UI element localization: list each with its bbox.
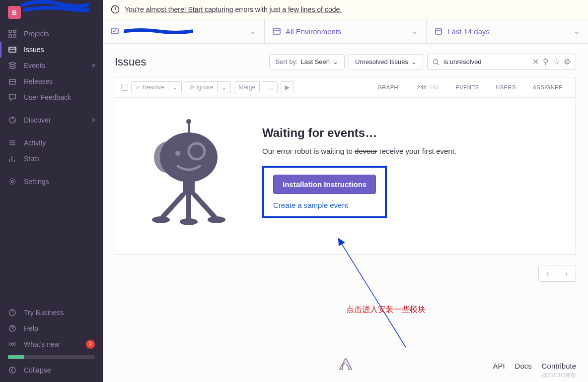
whats-new[interactable]: What's new 2 bbox=[0, 336, 103, 352]
assignee-header: ASSIGNEE bbox=[526, 84, 570, 90]
sidebar-item-label: User Feedback bbox=[24, 93, 71, 101]
search-box[interactable]: ✕ ⚲ ☆ ⚙ bbox=[427, 54, 576, 70]
list-icon bbox=[8, 138, 17, 147]
sidebar-item-label: Releases bbox=[24, 77, 53, 85]
content: Issues Sort by: Last Seen ⌄ Unresolved I… bbox=[103, 44, 588, 259]
filter-value: Unresolved Issues bbox=[355, 58, 408, 65]
resolve-dropdown[interactable]: ⌄ bbox=[168, 81, 182, 93]
redaction-scribble bbox=[20, 0, 89, 14]
ignore-dropdown[interactable]: ⌄ bbox=[218, 81, 231, 93]
help[interactable]: Help bbox=[0, 320, 103, 336]
filter-label: Last 14 days bbox=[447, 27, 490, 36]
sidebar-item-label: Settings bbox=[24, 178, 49, 186]
search-input[interactable] bbox=[443, 58, 528, 65]
chevron-down-icon: ⌄ bbox=[412, 27, 418, 36]
resolve-button[interactable]: ✓ Resolve bbox=[131, 81, 168, 93]
indicator-dot bbox=[92, 119, 95, 122]
project-filter[interactable]: ⌄ bbox=[103, 19, 265, 43]
bookmark-icon[interactable]: ☆ bbox=[553, 57, 560, 66]
date-filter[interactable]: Last 14 days ⌄ bbox=[427, 19, 588, 43]
footer-item-label: Help bbox=[24, 324, 38, 332]
indicator-dot bbox=[92, 64, 95, 67]
robot-illustration bbox=[139, 118, 238, 227]
svg-point-7 bbox=[11, 181, 13, 183]
sidebar-item-settings[interactable]: Settings bbox=[0, 174, 103, 190]
sentry-logo-icon bbox=[339, 357, 353, 370]
api-link[interactable]: API bbox=[493, 362, 505, 370]
installation-instructions-button[interactable]: Installation Instructions bbox=[273, 175, 376, 194]
sidebar-item-label: Issues bbox=[24, 46, 44, 54]
contribute-link[interactable]: Contribute bbox=[542, 362, 576, 370]
svg-rect-4 bbox=[9, 47, 16, 52]
header-controls: Sort by: Last Seen ⌄ Unresolved Issues ⌄… bbox=[269, 54, 576, 70]
settings-sliders-icon[interactable]: ⚙ bbox=[564, 57, 571, 66]
content-header: Issues Sort by: Last Seen ⌄ Unresolved I… bbox=[115, 54, 576, 70]
releases-icon bbox=[8, 77, 17, 86]
filter-label: All Environments bbox=[286, 27, 342, 36]
watermark: @51CTO博客 bbox=[542, 372, 576, 379]
sort-select[interactable]: Sort by: Last Seen ⌄ bbox=[269, 54, 345, 69]
merge-button[interactable]: Merge bbox=[234, 81, 260, 93]
graph-header: GRAPH: bbox=[370, 84, 407, 90]
global-filters: ⌄ All Environments ⌄ Last 14 days ⌄ bbox=[103, 19, 588, 44]
svg-point-10 bbox=[11, 343, 13, 345]
sidebar-footer: Try Business Help What's new 2 Collapse bbox=[0, 305, 103, 382]
sidebar-item-label: Discover bbox=[24, 116, 51, 124]
prev-page-button[interactable]: ‹ bbox=[538, 265, 557, 282]
svg-point-22 bbox=[175, 151, 180, 156]
calendar-icon bbox=[435, 27, 442, 35]
svg-rect-5 bbox=[9, 79, 15, 84]
search-actions: ✕ ⚲ ☆ ⚙ bbox=[532, 57, 571, 66]
window-icon bbox=[273, 27, 281, 35]
select-all-checkbox[interactable] bbox=[121, 84, 128, 91]
search-icon bbox=[433, 59, 440, 65]
sidebar-item-releases[interactable]: Releases bbox=[0, 73, 103, 89]
chevron-down-icon: ⌄ bbox=[333, 58, 338, 65]
org-avatar[interactable]: B bbox=[8, 6, 21, 19]
banner-text: You're almost there! Start capturing err… bbox=[125, 5, 342, 13]
gear-icon bbox=[8, 177, 17, 186]
graph-range[interactable]: 24h14d bbox=[410, 84, 446, 90]
next-page-button[interactable]: › bbox=[557, 265, 576, 282]
sidebar-item-user-feedback[interactable]: User Feedback bbox=[0, 89, 103, 105]
sidebar: B Projects Issues Events Releases User F… bbox=[0, 0, 103, 382]
sort-value: Last Seen bbox=[301, 58, 330, 65]
alert-icon bbox=[111, 5, 120, 14]
more-button[interactable]: … bbox=[263, 81, 278, 93]
panel-toolbar: ✓ Resolve ⌄ ⊘ Ignore ⌄ Merge … ▶ GRAPH: … bbox=[115, 77, 576, 98]
ignore-button[interactable]: ⊘ Ignore bbox=[185, 81, 218, 93]
page-title: Issues bbox=[115, 56, 147, 68]
empty-state: Waiting for events… Our error robot is w… bbox=[115, 98, 576, 255]
sidebar-item-issues[interactable]: Issues bbox=[0, 42, 103, 58]
docs-link[interactable]: Docs bbox=[515, 362, 532, 370]
help-icon bbox=[8, 324, 17, 333]
sidebar-item-events[interactable]: Events bbox=[0, 58, 103, 73]
onboarding-banner[interactable]: You're almost there! Start capturing err… bbox=[103, 0, 588, 19]
svg-rect-15 bbox=[436, 29, 441, 34]
try-business[interactable]: Try Business bbox=[0, 305, 103, 320]
collapse-sidebar[interactable]: Collapse bbox=[0, 362, 103, 378]
svg-point-11 bbox=[9, 367, 15, 373]
empty-title: Waiting for events… bbox=[262, 126, 456, 140]
redaction-scribble bbox=[124, 28, 193, 35]
sidebar-item-label: Events bbox=[24, 62, 45, 69]
badge-count: 2 bbox=[86, 340, 95, 349]
environment-filter[interactable]: All Environments ⌄ bbox=[265, 19, 427, 43]
pin-icon[interactable]: ⚲ bbox=[543, 57, 549, 66]
sidebar-item-label: Stats bbox=[24, 155, 40, 163]
sidebar-item-activity[interactable]: Activity bbox=[0, 135, 103, 151]
realtime-button[interactable]: ▶ bbox=[281, 81, 294, 93]
svg-point-18 bbox=[186, 119, 191, 124]
create-sample-event-link[interactable]: Create a sample event bbox=[273, 201, 376, 209]
status-filter-select[interactable]: Unresolved Issues ⌄ bbox=[349, 54, 423, 69]
sidebar-header: B bbox=[0, 0, 103, 23]
close-icon[interactable]: ✕ bbox=[532, 57, 539, 66]
pagination: ‹ › bbox=[103, 259, 588, 288]
chevron-down-icon: ⌄ bbox=[411, 58, 417, 65]
users-header: USERS bbox=[489, 84, 522, 90]
sidebar-item-stats[interactable]: Stats bbox=[0, 151, 103, 167]
sidebar-item-discover[interactable]: Discover bbox=[0, 112, 103, 128]
power-icon bbox=[8, 308, 17, 317]
svg-rect-0 bbox=[9, 30, 11, 33]
sidebar-item-projects[interactable]: Projects bbox=[0, 26, 103, 42]
